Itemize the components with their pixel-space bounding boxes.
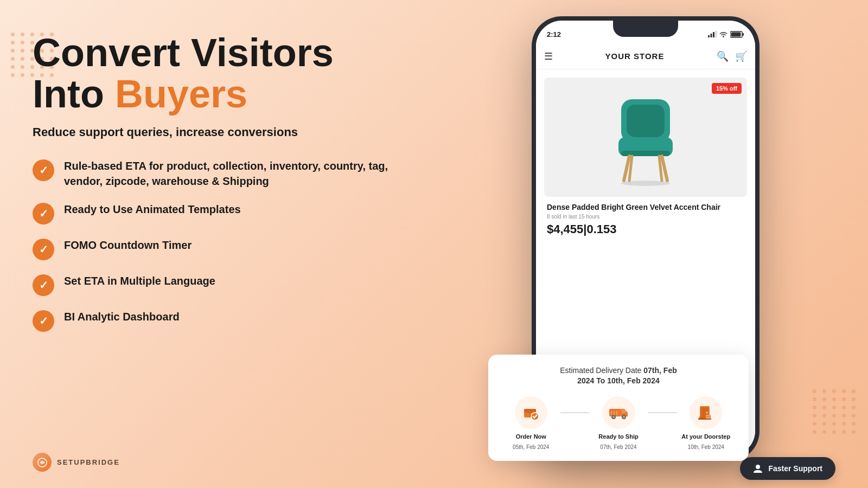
headline-line2-normal: Into [33, 72, 104, 115]
delivery-date-range: 07th, Feb [643, 366, 676, 375]
cart-icon[interactable]: 🛒 [735, 50, 747, 62]
brand-logo: SETUPBRIDGE [33, 453, 120, 472]
svg-rect-6 [743, 33, 744, 36]
feature-item-5: BI Analytic Dashboard [33, 309, 401, 332]
step-line-2 [648, 412, 677, 413]
delivery-card: Estimated Delivery Date 07th, Feb 2024 T… [488, 355, 749, 461]
product-image-area: 15% off [544, 78, 747, 197]
check-icon-4 [33, 274, 54, 296]
product-chair-image [602, 88, 689, 186]
door-icon-circle [690, 396, 722, 429]
svg-point-24 [612, 416, 615, 418]
feature-item-2: Ready to Use Animated Templates [33, 202, 401, 224]
check-icon-2 [33, 203, 54, 224]
svg-rect-22 [622, 409, 626, 413]
phone-nav: ☰ YOUR STORE 🔍 🛒 [536, 43, 755, 69]
order-icon-circle [515, 396, 547, 429]
svg-rect-2 [711, 34, 712, 37]
svg-rect-9 [627, 105, 665, 137]
delivery-steps: Order Now 05th, Feb 2024 [502, 396, 735, 450]
product-info: Dense Padded Bright Green Velvet Accent … [544, 197, 747, 242]
product-name: Dense Padded Bright Green Velvet Accent … [547, 202, 744, 212]
svg-point-16 [621, 181, 670, 186]
phone-mockup-area: 2:12 [499, 16, 814, 472]
delivery-step-ship: Ready to Ship 07th, Feb 2024 [589, 396, 648, 450]
svg-point-32 [706, 412, 708, 414]
wifi-icon [719, 31, 727, 37]
svg-rect-3 [713, 32, 714, 37]
search-icon[interactable]: 🔍 [717, 50, 729, 62]
delivery-step-order: Order Now 05th, Feb 2024 [502, 396, 560, 450]
support-label: Faster Support [768, 464, 822, 473]
support-person-icon [753, 464, 763, 473]
step-1-date: 05th, Feb 2024 [513, 444, 549, 450]
step-3-date: 10th, Feb 2024 [688, 444, 724, 450]
feature-text-2: Ready to Use Animated Templates [64, 202, 241, 217]
step-line-1 [560, 412, 590, 413]
product-sold: 8 sold in last 15 hours [547, 214, 744, 220]
delivery-title: Estimated Delivery Date 07th, Feb 2024 T… [502, 365, 735, 387]
headline: Convert Visitors Into Buyers [33, 33, 401, 114]
feature-text-5: BI Analytic Dashboard [64, 309, 180, 324]
svg-rect-1 [708, 35, 710, 37]
step-1-label: Order Now [516, 433, 546, 440]
feature-text-1: Rule-based ETA for product, collection, … [64, 158, 401, 189]
delivery-date-range-2: 2024 To 10th, Feb 2024 [577, 376, 659, 385]
headline-buyers: Buyers [115, 72, 247, 115]
left-panel: Convert Visitors Into Buyers Reduce supp… [33, 33, 401, 332]
feature-text-3: FOMO Countdown Timer [64, 237, 192, 253]
signal-icon [708, 31, 717, 37]
store-name: YOUR STORE [605, 52, 665, 61]
brand-logo-icon [33, 453, 52, 472]
check-icon-1 [33, 159, 54, 181]
menu-icon[interactable]: ☰ [544, 50, 553, 62]
status-icons [708, 31, 744, 38]
svg-rect-7 [731, 32, 741, 36]
delivery-step-door: At your Doorstep 10th, Feb 2024 [677, 396, 736, 450]
step-2-date: 07th, Feb 2024 [600, 444, 636, 450]
ship-icon-circle [602, 396, 635, 429]
feature-text-4: Set ETA in Multiple Language [64, 273, 215, 288]
nav-action-icons: 🔍 🛒 [717, 50, 747, 62]
feature-item-3: FOMO Countdown Timer [33, 237, 401, 260]
check-icon-3 [33, 239, 54, 260]
feature-item-4: Set ETA in Multiple Language [33, 273, 401, 296]
order-icon [522, 404, 540, 421]
discount-badge: 15% off [712, 83, 742, 94]
svg-point-37 [756, 465, 760, 469]
brand-name: SETUPBRIDGE [57, 458, 120, 466]
check-icon-5 [33, 310, 54, 332]
battery-icon [730, 31, 744, 38]
truck-icon [608, 404, 629, 421]
delivery-title-text: Estimated Delivery Date [560, 366, 641, 375]
decorative-dots-right [813, 389, 857, 434]
status-time: 2:12 [547, 30, 561, 38]
svg-point-26 [623, 416, 625, 418]
features-list: Rule-based ETA for product, collection, … [33, 158, 401, 332]
product-price: $4,455|0.153 [547, 222, 744, 236]
phone-notch [613, 21, 678, 37]
feature-item-1: Rule-based ETA for product, collection, … [33, 158, 401, 189]
headline-line1: Convert Visitors [33, 31, 334, 74]
door-icon [697, 404, 714, 421]
step-3-label: At your Doorstep [681, 433, 730, 440]
faster-support-button[interactable]: Faster Support [740, 457, 835, 480]
step-2-label: Ready to Ship [598, 433, 638, 440]
subtitle: Reduce support queries, increase convers… [33, 125, 401, 139]
svg-rect-4 [716, 31, 717, 37]
